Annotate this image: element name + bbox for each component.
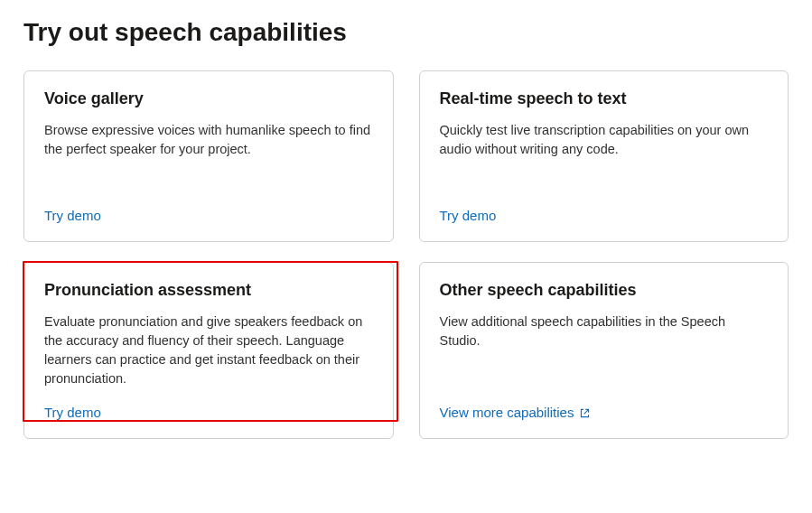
try-demo-link[interactable]: Try demo [44,208,101,223]
card-title: Voice gallery [44,89,373,108]
card-description: Quickly test live transcription capabili… [440,121,769,191]
view-more-capabilities-link[interactable]: View more capabilities [440,405,592,420]
card-description: Browse expressive voices with humanlike … [44,121,373,191]
card-voice-gallery: Voice gallery Browse expressive voices w… [23,70,394,242]
page-title: Try out speech capabilities [23,18,789,47]
card-description: View additional speech capabilities in t… [440,312,769,388]
card-pronunciation-assessment: Pronunciation assessment Evaluate pronun… [23,262,394,439]
card-realtime-speech-to-text: Real-time speech to text Quickly test li… [419,70,789,242]
card-other-speech-capabilities: Other speech capabilities View additiona… [419,262,789,439]
try-demo-link[interactable]: Try demo [44,405,101,420]
card-description: Evaluate pronunciation and give speakers… [44,312,373,388]
capabilities-grid: Voice gallery Browse expressive voices w… [23,70,789,439]
try-demo-link[interactable]: Try demo [440,208,497,223]
card-title: Other speech capabilities [440,281,769,300]
card-title: Pronunciation assessment [44,281,373,300]
card-title: Real-time speech to text [440,89,769,108]
external-link-icon [579,406,591,418]
link-label: View more capabilities [440,405,574,420]
